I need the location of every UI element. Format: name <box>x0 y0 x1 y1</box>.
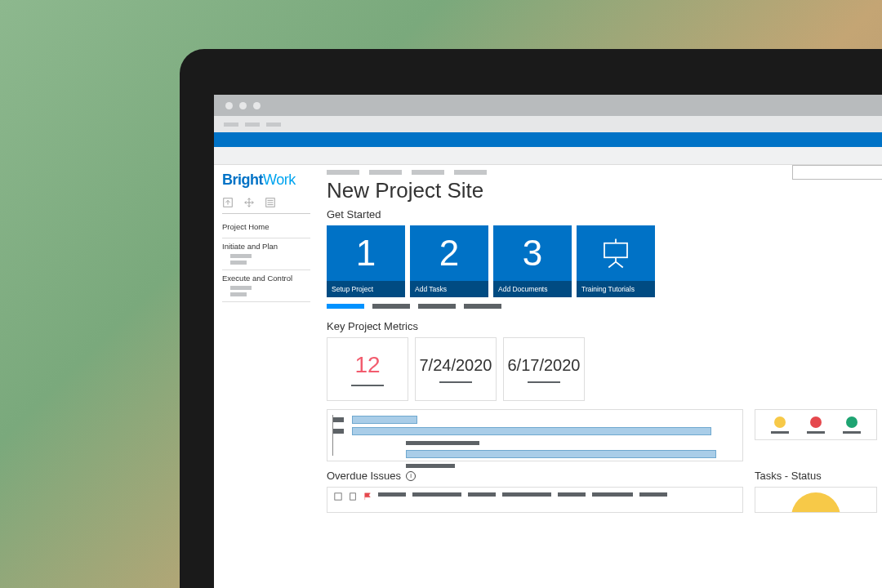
easel-icon <box>577 225 655 281</box>
cell-stub <box>412 492 461 497</box>
tasks-label: Tasks - Status <box>755 470 822 482</box>
gantt-axis <box>332 415 333 456</box>
tab-item[interactable] <box>464 304 501 309</box>
crumb-item[interactable] <box>454 170 487 175</box>
window-maximize-icon[interactable] <box>253 102 261 109</box>
gantt-subbar <box>406 441 479 445</box>
gantt-subbar <box>406 464 455 468</box>
tile-tabs <box>327 304 882 309</box>
metric-value: 12 <box>354 352 380 378</box>
brand-part1: Bright <box>222 172 263 188</box>
tasks-status-block: Tasks - Status <box>755 470 877 513</box>
cell-stub <box>378 492 406 497</box>
tab-item[interactable] <box>372 304 410 309</box>
list-icon[interactable] <box>265 197 276 208</box>
ribbon-item[interactable] <box>245 122 260 127</box>
status-yellow[interactable] <box>771 416 789 434</box>
gantt-bar <box>406 450 716 458</box>
brand-part2: Work <box>263 172 296 188</box>
brand-logo: BrightWork <box>222 172 310 189</box>
nav-subitem[interactable] <box>230 286 252 290</box>
move-icon[interactable] <box>243 197 255 208</box>
warning-icon <box>774 416 786 428</box>
cell-stub <box>592 492 633 497</box>
window-close-icon[interactable] <box>225 102 233 109</box>
window-minimize-icon[interactable] <box>239 102 247 109</box>
gantt-bar <box>352 416 417 424</box>
tile-caption: Add Documents <box>493 281 572 297</box>
upload-icon[interactable] <box>222 197 234 208</box>
metric-caption-stub <box>528 381 560 383</box>
svg-rect-3 <box>604 243 627 258</box>
gantt-panel[interactable] <box>327 409 743 461</box>
tile-number: 1 <box>327 225 405 281</box>
metric-card[interactable]: 7/24/2020 <box>415 337 497 401</box>
panels-row <box>327 409 882 461</box>
status-label-stub <box>807 431 825 434</box>
gantt-row-label <box>332 417 344 422</box>
browser-chrome <box>214 95 882 116</box>
metric-caption-stub <box>351 385 384 386</box>
svg-rect-4 <box>335 493 341 500</box>
metrics-row: 12 7/24/2020 6/17/2020 <box>327 337 882 401</box>
tile-training-tutorials[interactable]: Training Tutorials <box>577 225 655 297</box>
crumb-item[interactable] <box>412 170 444 175</box>
tile-setup-project[interactable]: 1 Setup Project <box>327 225 405 297</box>
overdue-label: Overdue Issues <box>327 470 401 482</box>
metric-value: 6/17/2020 <box>508 356 581 375</box>
status-green[interactable] <box>843 416 861 434</box>
tab-item[interactable] <box>418 304 456 309</box>
page-title: New Project Site <box>327 178 882 203</box>
sidebar-item-execute-control[interactable]: Execute and Control <box>222 270 310 302</box>
status-red[interactable] <box>807 416 825 434</box>
nav-label: Project Home <box>222 222 310 231</box>
info-icon[interactable]: i <box>406 471 416 481</box>
overdue-issues-table[interactable] <box>327 487 743 513</box>
error-icon <box>810 416 822 428</box>
gantt-bar <box>352 427 711 435</box>
crumb-item[interactable] <box>369 170 402 175</box>
screen: BrightWork Project Home Initiate and Pla… <box>214 95 882 588</box>
tile-caption: Add Tasks <box>410 281 488 297</box>
tasks-chart[interactable] <box>755 487 877 513</box>
gantt-row-label <box>332 429 344 434</box>
main-content: New Project Site Get Started 1 Setup Pro… <box>318 165 882 588</box>
cell-stub <box>468 492 496 497</box>
checkbox-icon <box>334 492 342 501</box>
search-input[interactable] <box>792 165 882 180</box>
status-label-stub <box>771 431 789 434</box>
cell-stub <box>502 492 551 497</box>
metric-card[interactable]: 6/17/2020 <box>503 337 585 401</box>
metrics-label: Key Project Metrics <box>327 320 882 332</box>
ribbon-item[interactable] <box>224 122 238 127</box>
sub-ribbon <box>214 147 882 165</box>
sidebar-item-initiate-plan[interactable]: Initiate and Plan <box>222 238 310 270</box>
tile-caption: Training Tutorials <box>577 281 655 297</box>
nav-subitem[interactable] <box>230 261 247 265</box>
search-wrap <box>792 165 882 180</box>
pie-chart-icon <box>791 492 840 513</box>
tile-add-tasks[interactable]: 2 Add Tasks <box>410 225 488 297</box>
ribbon-bar <box>214 116 882 132</box>
svg-rect-5 <box>350 493 356 500</box>
tile-add-documents[interactable]: 3 Add Documents <box>493 225 572 297</box>
tile-number: 3 <box>493 225 572 281</box>
metric-card[interactable]: 12 <box>327 337 408 401</box>
nav-label: Initiate and Plan <box>222 242 310 251</box>
sidebar-toolbar <box>222 194 310 214</box>
tile-number: 2 <box>410 225 488 281</box>
crumb-item[interactable] <box>327 170 359 175</box>
cell-stub <box>639 492 667 497</box>
sidebar-item-project-home[interactable]: Project Home <box>222 219 310 238</box>
ok-icon <box>846 416 858 428</box>
bottom-row: Overdue Issues i <box>327 470 882 513</box>
workspace: BrightWork Project Home Initiate and Pla… <box>214 165 882 588</box>
suite-bar <box>214 132 882 147</box>
get-started-label: Get Started <box>327 208 882 220</box>
ribbon-item[interactable] <box>266 122 281 127</box>
tab-item[interactable] <box>327 304 364 309</box>
nav-subitem[interactable] <box>230 292 247 296</box>
nav-subitem[interactable] <box>230 254 252 258</box>
document-icon <box>349 492 357 501</box>
cell-stub <box>558 492 586 497</box>
